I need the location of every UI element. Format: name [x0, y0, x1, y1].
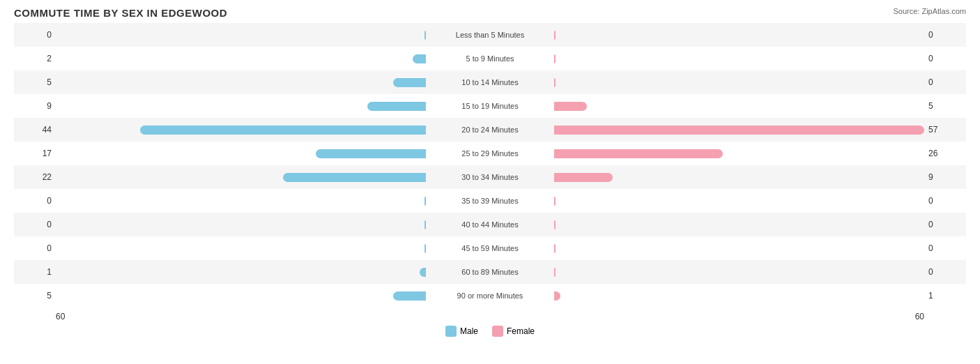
bars-area: 60 to 89 Minutes — [56, 260, 924, 284]
legend-female: Female — [492, 326, 535, 337]
female-value: 0 — [924, 196, 966, 206]
female-bar-container — [553, 31, 924, 40]
row-label: 30 to 34 Minutes — [427, 173, 553, 181]
male-bar-container — [56, 54, 427, 63]
male-value: 17 — [14, 149, 56, 158]
chart-row: 25 to 9 Minutes0 — [14, 47, 966, 70]
legend-male: Male — [445, 326, 478, 337]
female-value: 0 — [924, 77, 966, 87]
female-bar — [554, 244, 556, 253]
male-bar-container — [56, 149, 427, 158]
male-value: 5 — [14, 77, 56, 87]
female-bar-container — [553, 268, 924, 277]
female-bar-container — [553, 244, 924, 253]
male-bar — [424, 31, 426, 40]
chart-row: 2230 to 34 Minutes9 — [14, 165, 966, 189]
bars-area: 20 to 24 Minutes — [56, 118, 924, 142]
female-bar-container — [553, 149, 924, 158]
male-bar — [316, 149, 426, 158]
row-label: 5 to 9 Minutes — [427, 54, 553, 63]
female-label: Female — [507, 326, 535, 336]
male-bar-container — [56, 126, 427, 135]
male-swatch — [445, 326, 457, 337]
female-bar — [554, 268, 556, 277]
row-label: 60 to 89 Minutes — [427, 268, 553, 276]
bars-area: 35 to 39 Minutes — [56, 189, 924, 213]
chart-row: 510 to 14 Minutes0 — [14, 70, 966, 94]
male-bar — [413, 54, 426, 63]
row-label: Less than 5 Minutes — [427, 31, 553, 39]
female-bar — [554, 220, 556, 229]
female-bar-container — [553, 126, 924, 135]
male-value: 0 — [14, 30, 56, 40]
female-value: 1 — [924, 291, 966, 301]
chart-row: 4420 to 24 Minutes57 — [14, 118, 966, 142]
female-bar — [554, 149, 723, 158]
row-label: 40 to 44 Minutes — [427, 220, 553, 229]
chart-container: COMMUTE TIME BY SEX IN EDGEWOOD Source: … — [0, 0, 980, 364]
male-bar-container — [56, 102, 427, 111]
row-label: 90 or more Minutes — [427, 291, 553, 300]
female-bar — [554, 197, 556, 206]
male-value: 0 — [14, 243, 56, 253]
bars-area: 30 to 34 Minutes — [56, 165, 924, 189]
male-value: 9 — [14, 101, 56, 111]
bars-area: 40 to 44 Minutes — [56, 213, 924, 236]
chart-row: 915 to 19 Minutes5 — [14, 94, 966, 118]
female-value: 9 — [924, 172, 966, 182]
female-value: 0 — [924, 54, 966, 63]
row-label: 20 to 24 Minutes — [427, 126, 553, 134]
female-bar-container — [553, 78, 924, 87]
chart-row: 045 to 59 Minutes0 — [14, 236, 966, 260]
male-value: 22 — [14, 172, 56, 182]
female-value: 0 — [924, 220, 966, 229]
male-bar — [367, 102, 426, 111]
bars-area: 45 to 59 Minutes — [56, 236, 924, 260]
female-bar-container — [553, 173, 924, 182]
male-bar-container — [56, 268, 427, 277]
source-text: Source: ZipAtlas.com — [893, 7, 966, 15]
bars-area: 5 to 9 Minutes — [56, 47, 924, 70]
female-bar-container — [553, 102, 924, 111]
male-bar-container — [56, 173, 427, 182]
female-bar-container — [553, 291, 924, 301]
bars-area: 25 to 29 Minutes — [56, 142, 924, 165]
row-label: 15 to 19 Minutes — [427, 102, 553, 110]
chart-row: 035 to 39 Minutes0 — [14, 189, 966, 213]
male-bar-container — [56, 78, 427, 87]
male-bar — [420, 268, 426, 277]
male-bar-container — [56, 197, 427, 206]
male-bar — [424, 220, 426, 229]
male-value: 1 — [14, 267, 56, 277]
male-label: Male — [460, 326, 478, 336]
axis-right: 60 — [915, 312, 924, 321]
female-value: 57 — [924, 125, 966, 135]
female-bar-container — [553, 220, 924, 229]
female-value: 5 — [924, 101, 966, 111]
female-swatch — [492, 326, 503, 337]
row-label: 25 to 29 Minutes — [427, 149, 553, 158]
male-value: 44 — [14, 125, 56, 135]
row-label: 45 to 59 Minutes — [427, 244, 553, 252]
male-value: 2 — [14, 54, 56, 63]
male-value: 5 — [14, 291, 56, 301]
female-value: 0 — [924, 30, 966, 40]
male-bar-container — [56, 291, 427, 301]
bars-area: 90 or more Minutes — [56, 284, 924, 308]
male-bar-container — [56, 31, 427, 40]
female-bar — [554, 31, 556, 40]
chart-row: 040 to 44 Minutes0 — [14, 213, 966, 236]
row-label: 35 to 39 Minutes — [427, 197, 553, 205]
chart-row: 160 to 89 Minutes0 — [14, 260, 966, 284]
bars-area: Less than 5 Minutes — [56, 23, 924, 47]
female-value: 0 — [924, 243, 966, 253]
male-value: 0 — [14, 196, 56, 206]
chart-area: 0Less than 5 Minutes025 to 9 Minutes0510… — [14, 23, 966, 310]
chart-row: 0Less than 5 Minutes0 — [14, 23, 966, 47]
female-bar — [554, 102, 587, 111]
female-bar — [554, 78, 556, 87]
female-bar — [554, 173, 613, 182]
female-value: 0 — [924, 267, 966, 277]
male-bar-container — [56, 220, 427, 229]
bars-area: 15 to 19 Minutes — [56, 94, 924, 118]
